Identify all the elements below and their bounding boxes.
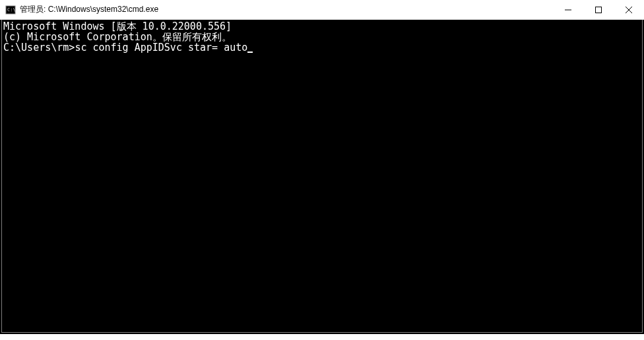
titlebar[interactable]: C:\ 管理员: C:\Windows\system32\cmd.exe <box>0 0 644 20</box>
svg-text:C:\: C:\ <box>7 7 16 13</box>
terminal-output-line: (c) Microsoft Corporation。保留所有权利。 <box>3 32 641 42</box>
minimize-button[interactable] <box>553 0 583 20</box>
window-controls <box>553 0 644 19</box>
terminal-cursor <box>247 51 253 53</box>
window-title: 管理员: C:\Windows\system32\cmd.exe <box>20 4 553 15</box>
terminal-prompt: C:\Users\rm> <box>3 42 75 53</box>
maximize-button[interactable] <box>583 0 614 20</box>
terminal-prompt-line: C:\Users\rm>sc config AppIDSvc star= aut… <box>3 42 641 53</box>
svg-rect-3 <box>596 7 602 13</box>
cmd-icon: C:\ <box>5 5 16 15</box>
close-button[interactable] <box>614 0 644 20</box>
cmd-window: C:\ 管理员: C:\Windows\system32\cmd.exe Mic… <box>0 0 644 334</box>
terminal-area[interactable]: Microsoft Windows [版本 10.0.22000.556](c)… <box>1 20 643 333</box>
terminal-output-line: Microsoft Windows [版本 10.0.22000.556] <box>3 21 641 32</box>
terminal-command: sc config AppIDSvc star= auto <box>75 42 247 53</box>
